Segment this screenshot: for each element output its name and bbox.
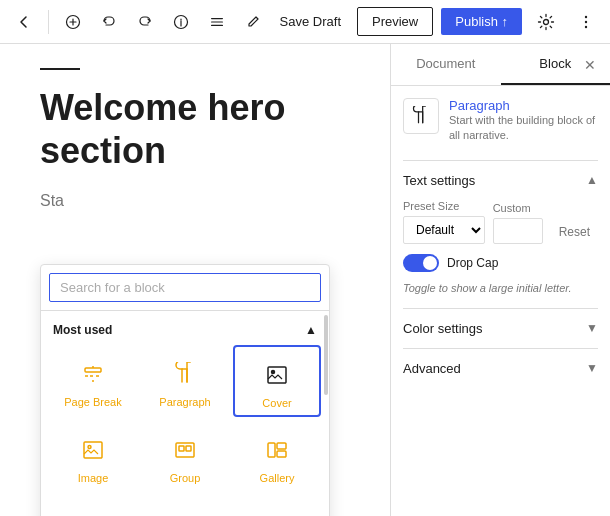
svg-point-7 <box>585 20 587 22</box>
drop-cap-desc-text: Toggle to show a large initial letter. <box>403 282 572 294</box>
drop-cap-toggle[interactable] <box>403 254 439 272</box>
block-item-paragraph[interactable]: Paragraph <box>141 345 229 417</box>
paragraph-icon <box>167 356 203 392</box>
block-item-cover[interactable]: Cover <box>233 345 321 417</box>
sidebar: Document Block ✕ Paragraph Start with th… <box>390 44 610 516</box>
block-item-heading[interactable] <box>49 495 137 516</box>
most-used-section-header: Most used ▲ <box>41 319 329 345</box>
svg-rect-16 <box>186 446 191 451</box>
group-icon <box>167 432 203 468</box>
block-search-area <box>41 265 329 311</box>
tab-document[interactable]: Document <box>391 44 501 85</box>
block-type-info: Paragraph Start with the building block … <box>449 98 598 144</box>
svg-point-13 <box>88 446 91 449</box>
undo-button[interactable] <box>93 6 125 38</box>
save-draft-button[interactable]: Save Draft <box>272 8 349 35</box>
text-settings-header[interactable]: Text settings ▲ <box>403 173 598 188</box>
text-settings-section: Text settings ▲ Preset Size Default Cust… <box>403 160 598 308</box>
main-area: Welcome hero section Sta Most used ▲ <box>0 44 610 516</box>
color-settings-chevron: ▼ <box>586 321 598 335</box>
block-item-columns[interactable] <box>233 495 321 516</box>
publish-button[interactable]: Publish ↑ <box>441 8 522 35</box>
block-list: Most used ▲ Page Break <box>41 311 329 516</box>
custom-size-input[interactable] <box>493 218 543 244</box>
advanced-header[interactable]: Advanced ▼ <box>403 361 598 376</box>
block-label-gallery: Gallery <box>260 472 295 484</box>
advanced-section: Advanced ▼ <box>403 348 598 388</box>
block-type-icon <box>403 98 439 134</box>
drop-cap-toggle-row: Drop Cap <box>403 254 598 272</box>
block-type-header: Paragraph Start with the building block … <box>403 98 598 144</box>
svg-rect-17 <box>268 443 275 457</box>
block-label-group: Group <box>170 472 201 484</box>
block-panel: Paragraph Start with the building block … <box>391 86 610 400</box>
block-item-image[interactable]: Image <box>49 421 137 491</box>
svg-rect-10 <box>268 367 286 383</box>
svg-point-5 <box>544 19 549 24</box>
sidebar-close-button[interactable]: ✕ <box>578 53 602 77</box>
text-settings-chevron: ▲ <box>586 173 598 187</box>
block-label-cover: Cover <box>262 397 291 409</box>
text-settings-content: Preset Size Default Custom Reset <box>403 188 598 296</box>
svg-rect-9 <box>85 368 101 372</box>
custom-col: Custom <box>493 202 543 244</box>
quote-icon <box>167 506 203 516</box>
gallery-icon <box>259 432 295 468</box>
list-view-button[interactable] <box>201 6 233 38</box>
page-break-icon <box>75 356 111 392</box>
editor-subtitle[interactable]: Sta <box>40 192 350 210</box>
cover-icon <box>259 357 295 393</box>
most-used-label: Most used <box>53 323 112 337</box>
svg-rect-15 <box>179 446 184 451</box>
redo-button[interactable] <box>129 6 161 38</box>
svg-rect-19 <box>277 451 286 457</box>
block-item-quote[interactable] <box>141 495 229 516</box>
block-item-group[interactable]: Group <box>141 421 229 491</box>
color-settings-label: Color settings <box>403 321 482 336</box>
color-settings-section: Color settings ▼ <box>403 308 598 348</box>
sidebar-tabs: Document Block ✕ <box>391 44 610 86</box>
svg-rect-12 <box>84 442 102 458</box>
block-label-image: Image <box>78 472 109 484</box>
preview-button[interactable]: Preview <box>357 7 433 36</box>
advanced-chevron: ▼ <box>586 361 598 375</box>
svg-point-6 <box>585 15 587 17</box>
block-item-page-break[interactable]: Page Break <box>49 345 137 417</box>
svg-point-8 <box>585 25 587 27</box>
editor: Welcome hero section Sta Most used ▲ <box>0 44 390 516</box>
preset-size-select[interactable]: Default <box>403 216 485 244</box>
block-type-name: Paragraph <box>449 98 598 113</box>
settings-button[interactable] <box>530 6 562 38</box>
columns-icon <box>259 506 295 516</box>
advanced-label: Advanced <box>403 361 461 376</box>
reset-button[interactable]: Reset <box>551 220 598 244</box>
toolbar-left <box>8 6 269 38</box>
preset-size-label: Preset Size <box>403 200 485 212</box>
edit-button[interactable] <box>237 6 269 38</box>
editor-line-decoration <box>40 68 80 70</box>
color-settings-header[interactable]: Color settings ▼ <box>403 321 598 336</box>
block-label-paragraph: Paragraph <box>159 396 210 408</box>
heading-icon <box>75 506 111 516</box>
editor-title[interactable]: Welcome hero section <box>40 86 350 172</box>
preset-size-col: Preset Size Default <box>403 200 485 244</box>
block-grid: Page Break Paragraph <box>41 345 329 516</box>
scrollbar[interactable] <box>323 311 329 516</box>
info-button[interactable] <box>165 6 197 38</box>
block-inserter-popup: Most used ▲ Page Break <box>40 264 330 516</box>
most-used-chevron[interactable]: ▲ <box>305 323 317 337</box>
block-type-desc: Start with the building block of all nar… <box>449 113 598 144</box>
toolbar-separator <box>48 10 49 34</box>
add-block-button[interactable] <box>57 6 89 38</box>
toggle-thumb <box>423 256 437 270</box>
scrollbar-thumb <box>324 315 328 395</box>
drop-cap-desc: Toggle to show a large initial letter. <box>403 278 598 296</box>
svg-rect-2 <box>211 18 223 19</box>
block-search-input[interactable] <box>49 273 321 302</box>
image-icon <box>75 432 111 468</box>
more-options-button[interactable] <box>570 6 602 38</box>
back-button[interactable] <box>8 6 40 38</box>
block-item-gallery[interactable]: Gallery <box>233 421 321 491</box>
drop-cap-label: Drop Cap <box>447 256 498 270</box>
svg-rect-18 <box>277 443 286 449</box>
